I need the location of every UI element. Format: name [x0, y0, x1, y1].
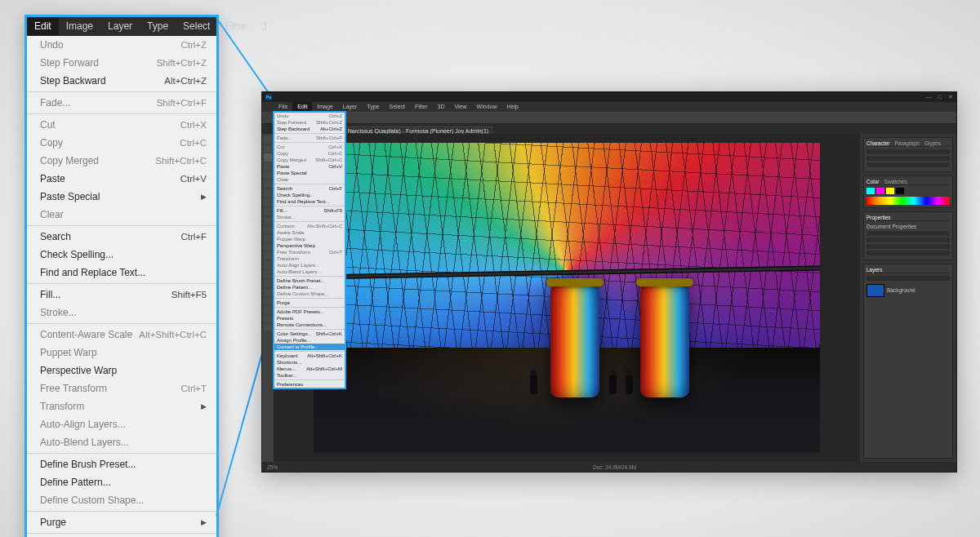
menubar-item-filter[interactable]: Filter: [410, 102, 433, 112]
menubar-item-help[interactable]: Help: [501, 102, 523, 112]
panel-tab[interactable]: Color: [866, 179, 880, 184]
menu-item-menus[interactable]: Menus...Alt+Shift+Ctrl+M: [274, 366, 345, 372]
tool-icon[interactable]: [264, 279, 272, 287]
menu-item-keyboard-shortcuts[interactable]: Keyboard Shortcuts...Alt+Shift+Ctrl+K: [274, 353, 345, 366]
tool-icon[interactable]: [264, 243, 272, 251]
menu-item-color-settings[interactable]: Color Settings...Shift+Ctrl+K: [274, 331, 345, 337]
close-icon[interactable]: ✕: [948, 94, 953, 100]
menubar-item-window[interactable]: Window: [472, 102, 502, 112]
menu-item-purge[interactable]: Purge: [274, 300, 345, 306]
menu-item-fill[interactable]: Fill...Shift+F5: [274, 207, 345, 214]
tool-icon[interactable]: [264, 261, 272, 269]
menu-item-perspective-warp[interactable]: Perspective Warp: [27, 362, 216, 379]
tool-icon[interactable]: [264, 270, 272, 278]
tool-icon[interactable]: [264, 315, 272, 323]
tool-icon[interactable]: [264, 297, 272, 305]
tool-icon[interactable]: [264, 252, 272, 260]
menu-item-puppet-warp: Puppet Warp: [27, 344, 216, 362]
tool-icon[interactable]: [264, 216, 272, 224]
maximize-icon[interactable]: □: [938, 94, 942, 100]
menubar-item-3[interactable]: 3: [254, 17, 274, 35]
menubar-item-type[interactable]: Type: [362, 102, 384, 112]
tool-icon[interactable]: [264, 180, 272, 189]
menu-item-find-and-replace-text[interactable]: Find and Replace Text...: [274, 198, 345, 205]
tool-icon[interactable]: [264, 288, 272, 296]
panel-tab[interactable]: Swatches: [884, 179, 907, 184]
menu-item-purge[interactable]: Purge▶: [27, 513, 216, 531]
document-canvas[interactable]: [314, 143, 820, 453]
menu-item-presets[interactable]: Presets: [274, 315, 345, 322]
color-panel[interactable]: Color Swatches: [863, 175, 953, 208]
tool-icon[interactable]: [264, 162, 272, 171]
menu-item-adobe-pdf-presets[interactable]: Adobe PDF Presets...: [274, 308, 345, 315]
menu-item-content-aware-scale: Content-Aware ScaleAlt+Shift+Ctrl+C: [27, 326, 216, 344]
tool-icon[interactable]: [264, 306, 272, 314]
menubar-item-layer[interactable]: Layer: [100, 17, 140, 35]
panel-tab[interactable]: Layers: [866, 267, 883, 273]
tool-icon[interactable]: [264, 225, 272, 233]
menu-item-copy: CopyCtrl+C: [27, 134, 216, 152]
menu-item-find-and-replace-text[interactable]: Find and Replace Text...: [27, 264, 216, 282]
menu-item-step-backward[interactable]: Step BackwardAlt+Ctrl+Z: [274, 126, 345, 132]
layers-panel[interactable]: Layers Background: [863, 264, 953, 459]
menu-item-remote-connections[interactable]: Remote Connections...: [274, 322, 345, 328]
menu-item-toolbar[interactable]: Toolbar...: [274, 372, 345, 379]
menu-item-perspective-warp[interactable]: Perspective Warp: [274, 242, 345, 249]
menu-item-define-brush-preset[interactable]: Define Brush Preset...: [27, 455, 216, 473]
menu-item-convert-to-profile[interactable]: Convert to Profile...: [274, 344, 345, 350]
tool-icon[interactable]: [264, 135, 272, 144]
tool-icon[interactable]: [264, 207, 272, 215]
menubar-item-edit[interactable]: Edit: [27, 17, 59, 35]
menu-item-fill[interactable]: Fill...Shift+F5: [27, 286, 216, 304]
menubar-item-filter[interactable]: Filter: [217, 17, 254, 35]
menu-item-check-spelling[interactable]: Check Spelling...: [27, 246, 216, 264]
menu-item-paste[interactable]: PasteCtrl+V: [274, 163, 345, 170]
panel-tab[interactable]: Paragraph: [895, 140, 920, 146]
tool-icon[interactable]: [264, 198, 272, 206]
tool-icon[interactable]: [264, 153, 272, 162]
menu-item-paste[interactable]: PasteCtrl+V: [27, 170, 216, 188]
zoom-level[interactable]: 25%: [267, 464, 278, 470]
layer-name[interactable]: Background: [887, 287, 915, 293]
tool-icon[interactable]: [264, 144, 272, 153]
menu-item-search[interactable]: SearchCtrl+F: [274, 185, 345, 192]
color-ramp[interactable]: [866, 197, 950, 205]
image-content-pillar: [640, 283, 689, 397]
menu-item-transform: Transform: [274, 255, 345, 262]
menubar-item-3d[interactable]: 3D: [433, 102, 450, 112]
properties-panel[interactable]: Properties Document Properties: [863, 211, 953, 260]
menubar-item-type[interactable]: Type: [140, 17, 176, 35]
app-logo-icon: Ps: [265, 94, 272, 100]
panel-tab[interactable]: Character: [866, 140, 890, 146]
tools-panel: [262, 134, 274, 462]
tool-icon[interactable]: [264, 234, 272, 242]
menu-item-assign-profile[interactable]: Assign Profile...: [274, 337, 345, 344]
menu-item-cut: CutCtrl+X: [274, 144, 345, 150]
menu-item-define-pattern[interactable]: Define Pattern...: [27, 473, 216, 491]
tool-icon[interactable]: [264, 189, 272, 197]
tool-icon[interactable]: [264, 171, 272, 180]
menu-item-preferences[interactable]: Preferences: [274, 381, 345, 388]
canvas-area: [274, 134, 860, 462]
menubar-item-image[interactable]: Image: [59, 17, 100, 35]
minimize-icon[interactable]: —: [926, 94, 932, 100]
panel-tab[interactable]: Properties: [866, 215, 891, 220]
menu-item-paste-special[interactable]: Paste Special▶: [27, 188, 216, 206]
tool-icon[interactable]: [264, 324, 272, 332]
menu-item-step-forward: Step ForwardShift+Ctrl+Z: [274, 119, 345, 126]
panel-tab[interactable]: Glyphs: [924, 140, 941, 146]
menubar-item-view[interactable]: View: [450, 102, 472, 112]
menubar-item-select[interactable]: Select: [176, 17, 217, 35]
menu-item-check-spelling[interactable]: Check Spelling...: [274, 192, 345, 198]
menubar-item-select[interactable]: Select: [385, 102, 410, 112]
menu-item-define-custom-shape: Define Custom Shape...: [274, 291, 345, 297]
menu-item-paste-special[interactable]: Paste Special: [274, 170, 345, 176]
menu-item-clear: Clear: [27, 206, 216, 224]
menu-item-search[interactable]: SearchCtrl+F: [27, 228, 216, 246]
character-panel[interactable]: Character Paragraph Glyphs: [863, 137, 953, 172]
menu-item-define-pattern[interactable]: Define Pattern...: [274, 284, 345, 291]
layer-thumbnail-icon[interactable]: [866, 284, 884, 297]
menu-item-step-backward[interactable]: Step BackwardAlt+Ctrl+Z: [27, 72, 216, 90]
window-titlebar: Ps — □ ✕: [262, 92, 956, 102]
menu-item-define-brush-preset[interactable]: Define Brush Preset...: [274, 277, 345, 284]
